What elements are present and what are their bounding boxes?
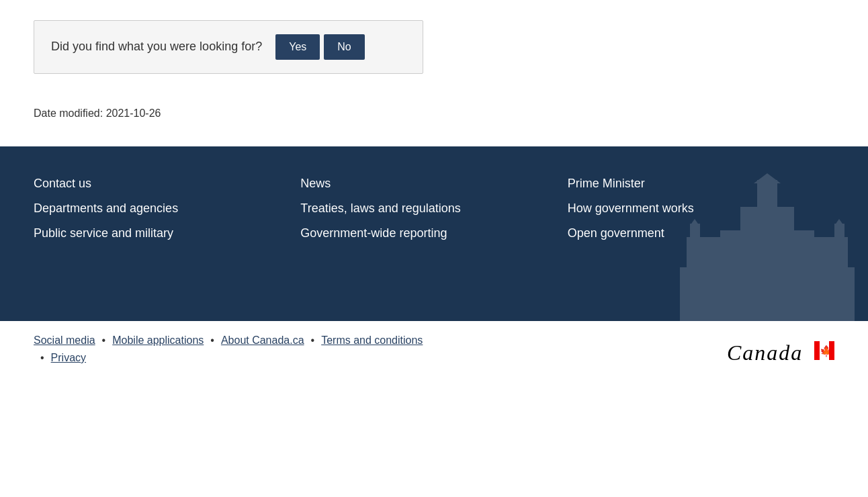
svg-rect-8 [690,224,700,240]
separator-2: • [210,334,214,347]
canada-wordmark: Canada 🍁 [727,334,834,368]
canada-logo-svg: Canada 🍁 [727,334,834,368]
footer-nav: Contact us Departments and agencies Publ… [0,146,868,321]
footer-terms-link[interactable]: Terms and conditions [321,334,423,347]
feedback-question: Did you find what you were looking for? [51,38,262,55]
date-modified-label: Date modified: [34,107,103,119]
separator-1: • [102,334,106,347]
svg-rect-3 [740,207,794,234]
main-content: Did you find what you were looking for? … [0,0,868,146]
separator-3: • [311,334,315,347]
footer-nav-col-2: News Treaties, laws and regulations Gove… [300,177,567,240]
footer-bottom-row1: Social media • Mobile applications • Abo… [34,334,423,347]
footer-link-news[interactable]: News [300,177,567,191]
date-modified: Date modified: 2021-10-26 [34,107,834,120]
svg-rect-4 [757,180,777,210]
footer-mobile-apps-link[interactable]: Mobile applications [112,334,204,347]
no-button[interactable]: No [324,34,364,60]
svg-rect-0 [680,267,855,321]
footer-link-contact-us[interactable]: Contact us [34,177,300,191]
svg-marker-5 [754,173,781,183]
feedback-buttons: Yes No [275,34,365,60]
footer-nav-col-1: Contact us Departments and agencies Publ… [34,177,300,240]
svg-rect-13 [814,341,820,360]
svg-rect-7 [814,237,848,271]
footer-bottom-links: Social media • Mobile applications • Abo… [34,334,423,364]
svg-rect-16 [829,341,834,360]
svg-marker-9 [690,219,699,226]
feedback-box: Did you find what you were looking for? … [34,20,423,74]
footer-link-treaties[interactable]: Treaties, laws and regulations [300,201,567,216]
footer-bottom: Social media • Mobile applications • Abo… [0,321,868,381]
parliament-decoration [666,173,868,321]
separator-4: • [40,352,44,364]
footer-link-departments[interactable]: Departments and agencies [34,201,300,216]
svg-text:Canada: Canada [727,341,803,365]
footer-link-public-service[interactable]: Public service and military [34,226,300,240]
footer-link-reporting[interactable]: Government-wide reporting [300,226,567,240]
svg-marker-11 [834,219,844,226]
svg-rect-6 [687,237,720,271]
svg-rect-10 [834,224,844,240]
footer-about-link[interactable]: About Canada.ca [221,334,304,347]
footer-bottom-row2: • Privacy [34,352,423,364]
date-modified-value: 2021-10-26 [106,107,161,119]
footer-social-media-link[interactable]: Social media [34,334,95,347]
yes-button[interactable]: Yes [275,34,320,60]
footer-privacy-link[interactable]: Privacy [51,352,86,364]
